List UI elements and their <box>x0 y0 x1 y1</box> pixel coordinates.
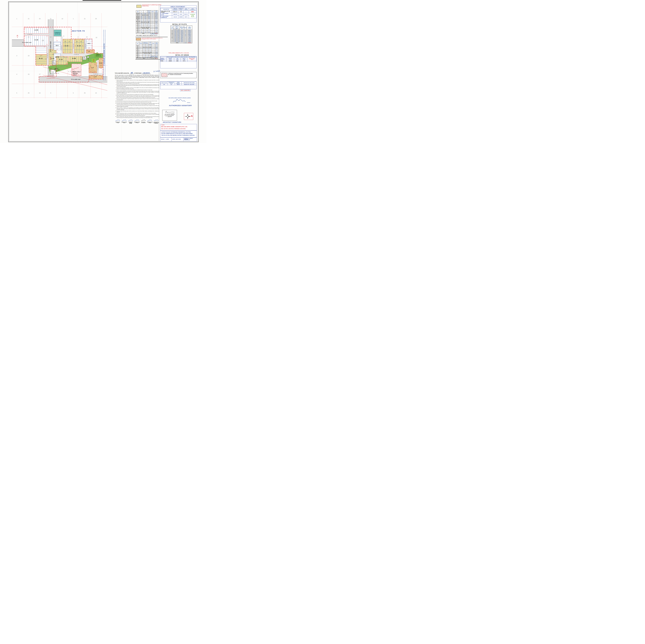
signatory-name: (K. MAKRAND PANDURANG, IAS) <box>153 122 159 123</box>
licence-header: To be read with Licence No. 85 of 2019 D… <box>115 72 159 74</box>
table-cell: 1 <box>152 47 155 48</box>
table-cell: 20.65 <box>177 32 180 32</box>
map-text: 6.28 <box>99 75 100 76</box>
table-cell: 13819.05 <box>172 13 178 16</box>
table-cell: NO OF PLOTS <box>151 10 155 13</box>
map-text: 19 <box>24 28 25 29</box>
table-cell: W <box>140 10 144 13</box>
table-cell: 110 to 113 <box>136 21 140 22</box>
table-cell: 1 <box>151 23 155 24</box>
table-cell: 7.40 <box>174 32 177 33</box>
drawing-title: LAYOUT PLAN OF AFFORDABLE RESIDENTIAL PL… <box>161 131 195 136</box>
table-row: 116 to 1206.5812.4281.725408.62 <box>136 24 158 25</box>
table-cell: TOTAL. <box>136 33 151 34</box>
table-cell: 93.80 <box>180 37 184 38</box>
map-text: 1221.96 sqm. <box>55 33 60 34</box>
table-cell: 538.56 <box>155 30 158 32</box>
map-text: 18 <box>45 58 46 60</box>
signature-block: (D.P. SINGH)STP (E&V) HR <box>141 119 147 124</box>
table-cell: 124 <box>136 27 140 28</box>
table-cell: 114 <box>136 47 139 48</box>
map-text: 78 <box>75 45 76 46</box>
map-text: 71 <box>69 45 70 46</box>
table-cell: 126.02 <box>155 53 158 54</box>
map-text: 9 m wide road <box>74 54 79 55</box>
map-text: 10 <box>46 36 47 36</box>
map-text: 6.12 <box>91 75 92 76</box>
map-text: 25 <box>28 92 29 94</box>
table-cell: 1 <box>152 53 155 54</box>
table-cell: 6.75 <box>174 36 177 37</box>
map-text: 16.97 <box>80 41 82 42</box>
table-cell: 163.32 <box>155 29 158 30</box>
table-cell: 45.22 % <box>183 13 189 16</box>
table-cell: 12.42 <box>144 23 147 24</box>
detail-of-green-box: AREA IN SQMTR.AREA IN ACS.AREA PROVIDEAR… <box>160 56 197 68</box>
table-cell: 408.62 <box>155 24 158 25</box>
table-cell: 20.65 <box>144 14 147 15</box>
map-text: SECTOR-70 <box>72 30 85 32</box>
table-cell: 128 to 135 <box>136 30 140 32</box>
map-text: 4 <box>68 71 69 72</box>
table-row: A6.1515.8397.35272628.57 <box>171 30 192 31</box>
signatory-title: STP (E&V) HR <box>141 122 147 123</box>
map-text: 3 <box>16 55 17 57</box>
table-cell: J <box>139 53 142 54</box>
signatory-name: (DINESH KUMAR) <box>121 122 127 122</box>
map-text: 74 <box>70 52 71 53</box>
table-cell: 17.29 <box>177 32 180 33</box>
map-text: 40 <box>52 64 53 65</box>
director-label: Director <box>187 102 190 103</box>
map-text: 6.00 <box>57 56 58 57</box>
table-cell: 12.41 X 6.43 + 13.88/2 <box>142 53 152 54</box>
map-text: 9 m wide road <box>85 44 86 49</box>
signatory-title: SD(HQ) <box>121 122 127 123</box>
table-cell: 81.97 <box>155 48 158 49</box>
map-text: UG <box>53 61 54 62</box>
table-cell: 6.58 <box>140 24 144 25</box>
table-row: B6.4220.64132.51121590.11 <box>171 31 192 32</box>
authorized-signatory-caption: AUTHORIZED SIGNATORY <box>169 105 192 106</box>
table-row: 12410.16 x 12.41 - 2.86 x 4.57/21119.55 <box>136 27 158 28</box>
table-cell: 40 to 47 <box>136 14 140 15</box>
table-cell: 662.54 <box>155 13 158 14</box>
table-cell: 605.88 <box>187 41 192 42</box>
map-text: GREEN-II <box>96 54 100 55</box>
table-cell: 76.08 <box>147 18 151 19</box>
table-cell: 89 to 94 <box>136 17 140 18</box>
table-row: H6.1014.7089.675448.35 <box>171 38 192 39</box>
table-row: 89 to 946.7514.1095.186571.05 <box>136 17 158 18</box>
table-cell: 28 <box>184 34 187 35</box>
table-cell: — <box>183 11 189 13</box>
table-cell: 7.97 % <box>181 60 187 62</box>
table-cell: 1.35% <box>181 59 187 60</box>
table-cell: 110.31 <box>147 16 151 16</box>
table-cell: AREA IN <box>178 8 183 9</box>
map-text: 105 <box>88 40 90 40</box>
table-cell: 76.08 <box>147 19 151 21</box>
table-cell: 12.68 <box>177 35 180 36</box>
table-cell: 12.68 <box>144 18 147 19</box>
table-cell: AREA UNDER PLOTS <box>155 42 158 45</box>
map-text: G-06 <box>72 58 76 59</box>
map-text: 21 <box>28 18 29 20</box>
table-cell: 6.80 <box>140 14 144 15</box>
map-text: 16 <box>39 92 40 94</box>
detail-of-green-title: DETAIL OF GREEN <box>171 54 194 56</box>
table-cell: 265.73 <box>155 45 158 47</box>
licence-condition: That for proper planning and integration… <box>117 87 159 89</box>
freezed-acres-note: (1.7453 Acs.) <box>151 33 157 35</box>
signature-mark <box>135 119 140 122</box>
table-cell: 163.32 <box>155 54 158 55</box>
table-cell: 6.58 <box>174 41 177 41</box>
table-cell: PLOT NO. <box>136 42 139 45</box>
table-cell: PERSON PER PLOTS <box>168 82 175 84</box>
licence-condition: At the time of demarcation plan, if requ… <box>117 98 159 100</box>
map-text: 18 <box>93 59 94 60</box>
table-cell: 4.00 % <box>183 16 189 18</box>
map-text: 6.12 <box>94 75 95 76</box>
table-cell: 110.31 <box>147 16 151 17</box>
map-text: 39 <box>41 64 42 65</box>
table-cell: 116 to 120 <box>136 24 140 25</box>
table-cell: AREA REQUIRED <box>187 56 196 58</box>
